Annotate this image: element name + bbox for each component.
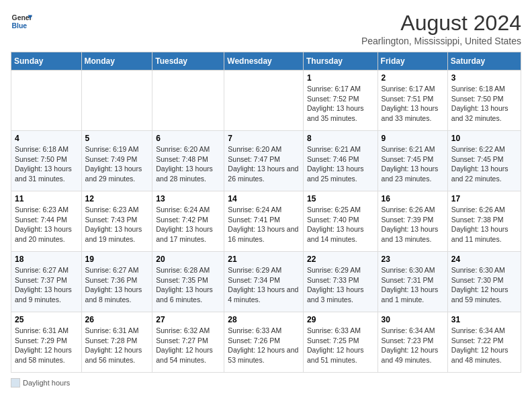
calendar-cell: 13Sunrise: 6:24 AM Sunset: 7:42 PM Dayli… [152,191,224,252]
calendar-cell: 24Sunrise: 6:30 AM Sunset: 7:30 PM Dayli… [447,252,521,312]
day-number: 9 [382,134,444,143]
legend-color [11,378,20,387]
calendar-cell: 27Sunrise: 6:32 AM Sunset: 7:27 PM Dayli… [152,312,224,373]
calendar-cell: 2Sunrise: 6:17 AM Sunset: 7:51 PM Daylig… [378,71,447,131]
day-info: Sunrise: 6:20 AM Sunset: 7:48 PM Dayligh… [156,144,220,184]
day-info: Sunrise: 6:29 AM Sunset: 7:34 PM Dayligh… [228,265,300,305]
day-info: Sunrise: 6:20 AM Sunset: 7:47 PM Dayligh… [228,144,300,184]
day-number: 21 [228,255,300,264]
day-number: 30 [382,315,444,324]
day-number: 26 [85,315,149,324]
calendar-cell: 8Sunrise: 6:21 AM Sunset: 7:46 PM Daylig… [303,131,378,191]
day-number: 17 [451,194,517,203]
day-info: Sunrise: 6:23 AM Sunset: 7:43 PM Dayligh… [85,205,149,244]
day-number: 20 [156,255,220,264]
calendar-cell [11,71,82,131]
day-number: 2 [382,73,444,83]
day-number: 25 [15,315,78,324]
calendar-header-row: SundayMondayTuesdayWednesdayThursdayFrid… [11,52,521,71]
day-info: Sunrise: 6:33 AM Sunset: 7:25 PM Dayligh… [307,326,374,365]
day-info: Sunrise: 6:24 AM Sunset: 7:42 PM Dayligh… [156,205,220,244]
legend-label: Daylight hours [23,379,70,387]
calendar-cell: 22Sunrise: 6:29 AM Sunset: 7:33 PM Dayli… [303,252,378,312]
day-info: Sunrise: 6:31 AM Sunset: 7:28 PM Dayligh… [85,326,149,365]
day-info: Sunrise: 6:27 AM Sunset: 7:37 PM Dayligh… [15,265,78,305]
day-info: Sunrise: 6:17 AM Sunset: 7:52 PM Dayligh… [307,84,374,124]
day-info: Sunrise: 6:33 AM Sunset: 7:26 PM Dayligh… [228,326,300,365]
day-number: 5 [85,134,149,143]
day-number: 18 [15,255,78,264]
day-number: 19 [85,255,149,264]
day-number: 8 [307,134,374,143]
logo-icon: General Blue [11,11,32,32]
day-number: 12 [85,194,149,203]
day-number: 22 [307,255,374,264]
page-title: August 2024 [361,11,521,36]
day-number: 23 [382,255,444,264]
calendar-cell: 7Sunrise: 6:20 AM Sunset: 7:47 PM Daylig… [224,131,304,191]
day-info: Sunrise: 6:22 AM Sunset: 7:45 PM Dayligh… [451,144,517,184]
day-number: 6 [156,134,220,143]
day-number: 29 [307,315,374,324]
day-info: Sunrise: 6:28 AM Sunset: 7:35 PM Dayligh… [156,265,220,305]
calendar-cell: 20Sunrise: 6:28 AM Sunset: 7:35 PM Dayli… [152,252,224,312]
col-header-friday: Friday [378,52,447,71]
calendar-cell: 9Sunrise: 6:21 AM Sunset: 7:45 PM Daylig… [378,131,447,191]
calendar-cell: 14Sunrise: 6:24 AM Sunset: 7:41 PM Dayli… [224,191,304,252]
day-info: Sunrise: 6:23 AM Sunset: 7:44 PM Dayligh… [15,205,78,244]
calendar-cell: 5Sunrise: 6:19 AM Sunset: 7:49 PM Daylig… [81,131,152,191]
footer: Daylight hours [11,378,521,387]
week-row-4: 18Sunrise: 6:27 AM Sunset: 7:37 PM Dayli… [11,252,521,312]
day-info: Sunrise: 6:31 AM Sunset: 7:29 PM Dayligh… [15,326,78,365]
page-subtitle: Pearlington, Mississippi, United States [361,36,521,46]
svg-text:Blue: Blue [12,22,28,30]
day-number: 31 [451,315,517,324]
calendar-cell: 21Sunrise: 6:29 AM Sunset: 7:34 PM Dayli… [224,252,304,312]
day-info: Sunrise: 6:34 AM Sunset: 7:23 PM Dayligh… [382,326,444,365]
day-number: 15 [307,194,374,203]
calendar-table: SundayMondayTuesdayWednesdayThursdayFrid… [11,52,521,373]
day-info: Sunrise: 6:29 AM Sunset: 7:33 PM Dayligh… [307,265,374,305]
calendar-cell: 29Sunrise: 6:33 AM Sunset: 7:25 PM Dayli… [303,312,378,373]
calendar-cell: 28Sunrise: 6:33 AM Sunset: 7:26 PM Dayli… [224,312,304,373]
legend-item: Daylight hours [11,378,70,387]
day-info: Sunrise: 6:18 AM Sunset: 7:50 PM Dayligh… [451,84,517,124]
col-header-wednesday: Wednesday [224,52,304,71]
title-area: August 2024 Pearlington, Mississippi, Un… [361,11,521,46]
day-number: 10 [451,134,517,143]
calendar-cell: 30Sunrise: 6:34 AM Sunset: 7:23 PM Dayli… [378,312,447,373]
calendar-cell: 31Sunrise: 6:34 AM Sunset: 7:22 PM Dayli… [447,312,521,373]
calendar-cell [224,71,304,131]
calendar-cell: 3Sunrise: 6:18 AM Sunset: 7:50 PM Daylig… [447,71,521,131]
calendar-cell: 19Sunrise: 6:27 AM Sunset: 7:36 PM Dayli… [81,252,152,312]
calendar-cell: 10Sunrise: 6:22 AM Sunset: 7:45 PM Dayli… [447,131,521,191]
calendar-cell: 25Sunrise: 6:31 AM Sunset: 7:29 PM Dayli… [11,312,82,373]
page-header: General Blue August 2024 Pearlington, Mi… [11,11,521,46]
day-info: Sunrise: 6:18 AM Sunset: 7:50 PM Dayligh… [15,144,78,184]
col-header-sunday: Sunday [11,52,82,71]
day-info: Sunrise: 6:21 AM Sunset: 7:46 PM Dayligh… [307,144,374,184]
day-info: Sunrise: 6:27 AM Sunset: 7:36 PM Dayligh… [85,265,149,305]
day-number: 14 [228,194,300,203]
day-number: 1 [307,73,374,83]
day-number: 4 [15,134,78,143]
calendar-cell: 17Sunrise: 6:26 AM Sunset: 7:38 PM Dayli… [447,191,521,252]
day-number: 16 [382,194,444,203]
day-info: Sunrise: 6:26 AM Sunset: 7:39 PM Dayligh… [382,205,444,244]
calendar-cell: 26Sunrise: 6:31 AM Sunset: 7:28 PM Dayli… [81,312,152,373]
week-row-2: 4Sunrise: 6:18 AM Sunset: 7:50 PM Daylig… [11,131,521,191]
day-info: Sunrise: 6:17 AM Sunset: 7:51 PM Dayligh… [382,84,444,124]
calendar-cell [81,71,152,131]
calendar-cell: 6Sunrise: 6:20 AM Sunset: 7:48 PM Daylig… [152,131,224,191]
day-number: 7 [228,134,300,143]
day-number: 11 [15,194,78,203]
calendar-cell: 16Sunrise: 6:26 AM Sunset: 7:39 PM Dayli… [378,191,447,252]
day-info: Sunrise: 6:26 AM Sunset: 7:38 PM Dayligh… [451,205,517,244]
day-number: 13 [156,194,220,203]
calendar-cell: 4Sunrise: 6:18 AM Sunset: 7:50 PM Daylig… [11,131,82,191]
week-row-5: 25Sunrise: 6:31 AM Sunset: 7:29 PM Dayli… [11,312,521,373]
week-row-1: 1Sunrise: 6:17 AM Sunset: 7:52 PM Daylig… [11,71,521,131]
day-info: Sunrise: 6:25 AM Sunset: 7:40 PM Dayligh… [307,205,374,244]
day-info: Sunrise: 6:24 AM Sunset: 7:41 PM Dayligh… [228,205,300,244]
day-number: 3 [451,73,517,83]
